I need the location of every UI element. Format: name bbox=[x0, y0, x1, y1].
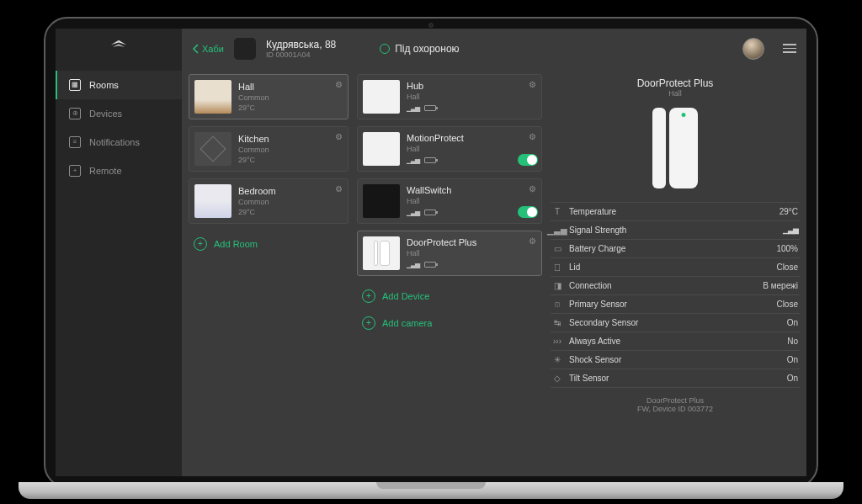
prop-value: Close bbox=[776, 263, 798, 272]
plus-icon: + bbox=[194, 237, 207, 251]
device-name: MotionProtect bbox=[407, 133, 536, 143]
add-device-button[interactable]: + Add Device bbox=[357, 283, 542, 310]
detail-column: DoorProtect Plus Hall TTemperature29°C▁▃… bbox=[551, 74, 800, 468]
device-name: WallSwitch bbox=[407, 185, 536, 195]
prop-icon: ✳ bbox=[552, 355, 562, 364]
device-name: Hub bbox=[407, 81, 536, 91]
device-toggle[interactable] bbox=[518, 206, 538, 218]
sidebar-item-label: Rooms bbox=[89, 80, 119, 90]
room-temp: 29°C bbox=[238, 103, 343, 112]
battery-icon bbox=[424, 262, 436, 268]
signal-icon: ▁▃▅ bbox=[407, 209, 419, 216]
device-card-hub[interactable]: Hub Hall ▁▃▅ ⚙ bbox=[357, 74, 542, 119]
detail-footer-id: FW, Device ID 003772 bbox=[551, 405, 800, 413]
sidebar-item-devices[interactable]: ⊕ Devices bbox=[56, 99, 182, 128]
prop-label: Always Active bbox=[569, 337, 620, 346]
prop-value: On bbox=[787, 374, 798, 383]
device-thumb bbox=[363, 132, 400, 166]
sidebar-item-remote[interactable]: + Remote bbox=[56, 157, 182, 185]
add-camera-label: Add camera bbox=[382, 318, 432, 328]
device-room: Hall bbox=[407, 93, 536, 101]
status-ring-icon bbox=[380, 44, 390, 54]
devices-column: Hub Hall ▁▃▅ ⚙ MotionProtect Ha bbox=[357, 74, 542, 468]
prop-icon: ››› bbox=[552, 337, 562, 346]
hub-id: ID 00001A04 bbox=[266, 50, 336, 59]
device-name: DoorProtect Plus bbox=[407, 237, 536, 247]
prop-icon: ⎕ bbox=[552, 263, 562, 272]
room-card-hall[interactable]: Hall Common 29°C ⚙ bbox=[189, 74, 349, 119]
sidebar-item-rooms[interactable]: ▦ Rooms bbox=[56, 71, 182, 99]
status-label: Під охороною bbox=[395, 43, 459, 55]
gear-icon[interactable]: ⚙ bbox=[529, 236, 536, 246]
battery-icon bbox=[424, 210, 436, 215]
prop-row: ▭Battery Charge100% bbox=[551, 239, 800, 257]
avatar[interactable] bbox=[742, 38, 764, 60]
menu-icon[interactable] bbox=[783, 44, 796, 53]
room-group: Common bbox=[238, 198, 343, 206]
room-name: Bedroom bbox=[238, 186, 343, 196]
signal-bars-icon: ▁▃▅ bbox=[783, 225, 798, 234]
prop-icon: ↹ bbox=[552, 318, 562, 327]
device-card-doorprotect[interactable]: DoorProtect Plus Hall ▁▃▅ ⚙ bbox=[357, 231, 542, 276]
sidebar: ▦ Rooms ⊕ Devices ≡ Notifications + bbox=[56, 29, 182, 476]
add-device-label: Add Device bbox=[382, 291, 429, 301]
sidebar-item-label: Devices bbox=[89, 109, 122, 119]
add-room-label: Add Room bbox=[214, 239, 258, 249]
signal-icon: ▁▃▅ bbox=[407, 157, 419, 164]
add-camera-button[interactable]: + Add camera bbox=[357, 310, 542, 337]
prop-icon: ◨ bbox=[552, 281, 562, 290]
room-name: Hall bbox=[238, 82, 343, 92]
prop-label: Tilt Sensor bbox=[569, 374, 609, 383]
prop-label: Battery Charge bbox=[569, 244, 625, 253]
detail-title: DoorProtect Plus bbox=[551, 77, 800, 89]
arm-status[interactable]: Під охороною bbox=[380, 43, 459, 55]
prop-value: On bbox=[787, 318, 798, 327]
sidebar-item-notifications[interactable]: ≡ Notifications bbox=[56, 128, 182, 157]
room-card-kitchen[interactable]: Kitchen Common 29°C ⚙ bbox=[189, 126, 349, 172]
prop-icon: ◇ bbox=[552, 374, 562, 383]
room-thumb bbox=[194, 132, 231, 166]
prop-label: Lid bbox=[569, 263, 580, 272]
signal-icon: ▁▃▅ bbox=[407, 104, 419, 112]
room-name: Kitchen bbox=[238, 134, 343, 144]
device-thumb bbox=[363, 184, 400, 218]
room-temp: 29°C bbox=[238, 156, 343, 164]
add-room-button[interactable]: + Add Room bbox=[189, 231, 349, 257]
gear-icon[interactable]: ⚙ bbox=[529, 132, 536, 141]
room-thumb bbox=[194, 184, 231, 218]
room-temp: 29°C bbox=[238, 208, 343, 216]
prop-icon: ▭ bbox=[552, 244, 562, 253]
prop-row: ⎅Primary SensorClose bbox=[551, 294, 800, 313]
prop-label: Temperature bbox=[569, 207, 616, 216]
rooms-icon: ▦ bbox=[69, 79, 81, 91]
gear-icon[interactable]: ⚙ bbox=[529, 184, 536, 194]
notifications-icon: ≡ bbox=[69, 136, 81, 148]
prop-icon: ⎅ bbox=[552, 300, 562, 309]
room-card-bedroom[interactable]: Bedroom Common 29°C ⚙ bbox=[189, 178, 349, 224]
remote-icon: + bbox=[69, 165, 81, 177]
prop-row: ▁▃▅Signal Strength▁▃▅ bbox=[551, 220, 800, 239]
rooms-column: Hall Common 29°C ⚙ Kitchen Comm bbox=[189, 74, 349, 468]
prop-label: Signal Strength bbox=[569, 225, 626, 235]
hub-thumbnail[interactable] bbox=[234, 38, 256, 60]
back-label: Хаби bbox=[202, 44, 224, 54]
prop-row: ↹Secondary SensorOn bbox=[551, 313, 800, 332]
back-button[interactable]: Хаби bbox=[192, 44, 224, 54]
prop-icon: ▁▃▅ bbox=[552, 225, 562, 235]
prop-row: ⎕LidClose bbox=[551, 257, 800, 276]
device-card-motionprotect[interactable]: MotionProtect Hall ▁▃▅ ⚙ bbox=[357, 126, 542, 172]
prop-label: Shock Sensor bbox=[569, 355, 621, 364]
device-card-wallswitch[interactable]: WallSwitch Hall ▁▃▅ ⚙ bbox=[357, 178, 542, 224]
gear-icon[interactable]: ⚙ bbox=[335, 80, 343, 89]
prop-label: Connection bbox=[569, 281, 612, 290]
gear-icon[interactable]: ⚙ bbox=[335, 184, 343, 194]
topbar: Хаби Кудрявська, 88 ID 00001A04 Під охор… bbox=[182, 29, 806, 69]
hub-name: Кудрявська, 88 bbox=[266, 39, 336, 50]
device-illustration bbox=[551, 108, 800, 188]
gear-icon[interactable]: ⚙ bbox=[529, 80, 536, 89]
device-toggle[interactable] bbox=[518, 154, 538, 166]
gear-icon[interactable]: ⚙ bbox=[335, 132, 343, 141]
room-group: Common bbox=[238, 146, 343, 154]
battery-icon bbox=[424, 105, 436, 111]
device-thumb bbox=[363, 236, 400, 270]
